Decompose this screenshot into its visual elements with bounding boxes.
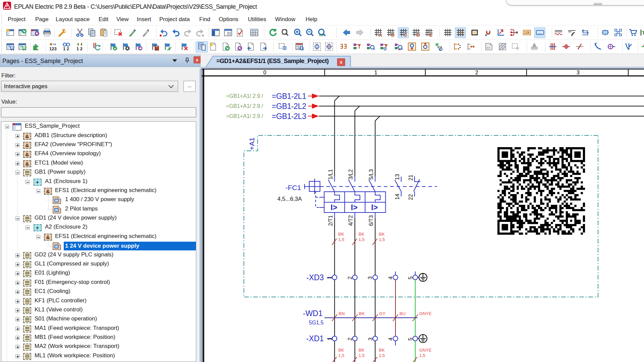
svg-text:3: 3: [368, 277, 373, 280]
svg-text:BK: BK: [379, 348, 385, 353]
svg-text:5: 5: [408, 277, 413, 280]
svg-text:2: 2: [475, 70, 478, 75]
svg-text:D: D: [417, 32, 420, 37]
svg-text:GNYE: GNYE: [419, 311, 432, 316]
svg-text:1/L1: 1/L1: [328, 169, 333, 180]
svg-text:1 2: 1 2: [76, 46, 83, 51]
svg-text:BN: BN: [339, 311, 345, 316]
svg-text:C: C: [404, 32, 407, 37]
svg-text:1,5: 1,5: [338, 237, 344, 242]
svg-text:=GB1-2L3: =GB1-2L3: [272, 112, 306, 121]
svg-text:+A1: +A1: [248, 137, 256, 150]
svg-text:A: A: [379, 32, 382, 37]
svg-text:1: 1: [327, 338, 333, 341]
svg-text:5: 5: [408, 338, 413, 341]
svg-text:1: 1: [327, 277, 333, 280]
svg-text:BK: BK: [359, 311, 365, 316]
svg-text:123: 123: [49, 46, 57, 51]
svg-text:=GB1+A1/ 2.9 /: =GB1+A1/ 2.9 /: [226, 93, 263, 99]
svg-text:4,5...6,3A: 4,5...6,3A: [277, 196, 302, 202]
svg-text:5G1,5: 5G1,5: [309, 320, 324, 325]
svg-text:3: 3: [577, 70, 580, 75]
svg-text:22: 22: [408, 194, 414, 200]
svg-text:B: B: [391, 32, 394, 37]
svg-text:GNYE: GNYE: [419, 348, 432, 353]
svg-text:1,5: 1,5: [379, 237, 385, 242]
svg-text:2/T1: 2/T1: [328, 215, 333, 226]
svg-text:1,5: 1,5: [379, 353, 385, 358]
svg-text:=GB1-2L2: =GB1-2L2: [272, 102, 306, 111]
svg-text:14: 14: [394, 194, 400, 200]
svg-text:4: 4: [388, 338, 393, 341]
svg-text:GY: GY: [379, 311, 386, 316]
svg-text:2: 2: [347, 338, 353, 341]
svg-text:I>: I>: [371, 203, 378, 212]
svg-text:1 2: 1 2: [63, 46, 69, 51]
svg-text:I>: I>: [351, 203, 358, 212]
svg-text:BK: BK: [338, 348, 344, 353]
svg-text:-XD1: -XD1: [306, 334, 324, 343]
svg-text:21: 21: [408, 175, 414, 181]
svg-text:=GB1-2L1: =GB1-2L1: [272, 92, 306, 101]
svg-text:128: 128: [524, 31, 530, 35]
svg-text:5/L3: 5/L3: [368, 169, 374, 180]
svg-text:T: T: [642, 30, 644, 36]
svg-text:4: 4: [388, 277, 393, 280]
svg-text:3: 3: [368, 338, 373, 341]
svg-text:-WD1: -WD1: [303, 309, 323, 318]
svg-text:1,5: 1,5: [359, 237, 365, 242]
svg-text:-FC1: -FC1: [285, 184, 301, 191]
svg-text:3/L2: 3/L2: [348, 169, 354, 180]
svg-text:1: 1: [374, 70, 377, 75]
svg-text:BK: BK: [338, 232, 344, 237]
svg-text:100: 100: [319, 34, 324, 37]
svg-text:-XD3: -XD3: [306, 273, 324, 282]
svg-text:1,5: 1,5: [419, 353, 425, 358]
svg-text:=GB1+A1/ 2.9 /: =GB1+A1/ 2.9 /: [226, 103, 263, 109]
svg-text:4/T2: 4/T2: [348, 215, 354, 226]
svg-text:2: 2: [347, 277, 353, 280]
svg-text:=GB1+A1/ 2.9 /: =GB1+A1/ 2.9 /: [226, 113, 263, 119]
svg-text:1,5: 1,5: [359, 353, 365, 358]
svg-text:6/T3: 6/T3: [368, 215, 374, 226]
svg-text:BU: BU: [399, 311, 406, 316]
svg-text:E: E: [429, 32, 432, 37]
svg-text:0: 0: [263, 70, 266, 75]
svg-text:BK: BK: [379, 232, 385, 237]
svg-text:BK: BK: [359, 348, 365, 353]
svg-text:I>: I>: [331, 203, 337, 212]
svg-text:BK: BK: [359, 232, 365, 237]
svg-text:1,5: 1,5: [338, 353, 344, 358]
svg-text:13: 13: [394, 174, 400, 180]
